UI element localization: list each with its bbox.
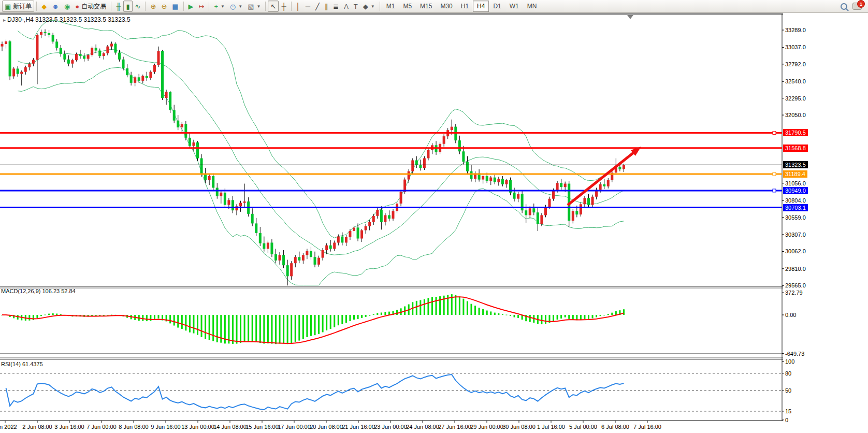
tile-windows-button[interactable]: ▦ bbox=[169, 1, 181, 12]
timeframe-w1-button[interactable]: W1 bbox=[505, 1, 523, 12]
candle-body bbox=[189, 138, 191, 146]
macd-histogram-bar bbox=[173, 315, 175, 326]
zoom-in-icon: ⊕ bbox=[150, 3, 156, 10]
bollinger-middle-band bbox=[18, 49, 624, 255]
macd-histogram-bar bbox=[514, 315, 515, 317]
line-chart-button[interactable]: ∿ bbox=[133, 1, 143, 12]
candlestick-series bbox=[1, 30, 625, 286]
chevron-down-icon: ▼ bbox=[257, 4, 261, 9]
new-order-icon: ▣ bbox=[5, 3, 11, 10]
timeframe-d1-button[interactable]: D1 bbox=[489, 1, 505, 12]
candle-body bbox=[274, 254, 277, 261]
candle-body bbox=[122, 60, 125, 68]
candle-body bbox=[306, 251, 308, 255]
macd-histogram-bar bbox=[197, 315, 198, 335]
macd-histogram-bar bbox=[607, 314, 609, 315]
candle-body bbox=[505, 180, 508, 184]
macd-histogram-bar bbox=[553, 315, 554, 321]
trendline-button[interactable]: ╱ bbox=[313, 1, 322, 12]
new-order-button[interactable]: ▣新订单 bbox=[2, 1, 34, 12]
macd-histogram-bar bbox=[467, 301, 468, 315]
candle-body bbox=[329, 246, 332, 249]
templates-button[interactable]: ▧▼ bbox=[245, 1, 263, 12]
candle-body bbox=[75, 54, 78, 60]
candle-body bbox=[322, 250, 324, 258]
candle-body bbox=[216, 188, 219, 196]
macd-histogram-bar bbox=[545, 315, 546, 324]
macd-histogram-bar bbox=[600, 315, 601, 316]
pivot-line-handle[interactable] bbox=[773, 172, 776, 176]
candle-body bbox=[560, 183, 562, 187]
periods-button[interactable]: ◷▼ bbox=[227, 1, 245, 12]
timeframe-m5-button[interactable]: M5 bbox=[399, 1, 416, 12]
candle-body bbox=[333, 242, 336, 249]
macd-histogram-bar bbox=[419, 300, 421, 315]
candle-body bbox=[302, 255, 305, 261]
chevron-down-icon: ▼ bbox=[221, 4, 225, 9]
candlestick-chart-button[interactable]: ▮ bbox=[123, 1, 132, 12]
candle-body bbox=[466, 162, 469, 171]
zoom-in-button[interactable]: ⊕ bbox=[148, 1, 158, 12]
search-icon[interactable] bbox=[841, 3, 847, 10]
chevron-down-icon: ▼ bbox=[371, 4, 375, 9]
candle-body bbox=[12, 68, 15, 76]
timeframe-m30-button[interactable]: M30 bbox=[436, 1, 456, 12]
chart-shift-button[interactable]: ↦ bbox=[196, 1, 207, 12]
candle-body bbox=[130, 75, 133, 83]
candle-body bbox=[419, 165, 422, 168]
bollinger-lower-band bbox=[18, 67, 624, 285]
resistance-line-1-handle[interactable] bbox=[773, 131, 776, 134]
auto-trading-button[interactable]: ●自动交易 bbox=[73, 1, 109, 12]
trend-arrow[interactable] bbox=[568, 147, 641, 205]
macd-histogram-bar bbox=[259, 315, 261, 343]
macd-histogram-bar bbox=[568, 315, 570, 319]
macd-histogram-bar bbox=[326, 315, 327, 330]
timeframe-h4-button[interactable]: H4 bbox=[473, 1, 489, 12]
candle-body bbox=[501, 179, 504, 184]
fibonacci-button[interactable]: ≣ bbox=[330, 1, 341, 12]
candle-body bbox=[279, 255, 281, 261]
candle-body bbox=[24, 67, 27, 72]
equidistant-channel-button[interactable]: ∥ bbox=[322, 1, 331, 12]
rsi-indicator bbox=[0, 373, 782, 411]
chart-canvas[interactable] bbox=[0, 0, 868, 433]
market-watch-button[interactable]: ◉ bbox=[62, 1, 73, 12]
candle-body bbox=[380, 210, 383, 222]
macd-histogram-bar bbox=[205, 315, 206, 339]
text-label-button[interactable]: T bbox=[351, 1, 360, 12]
candle-body bbox=[482, 176, 484, 180]
profile-button[interactable]: ☻ bbox=[49, 1, 62, 12]
macd-histogram-bar bbox=[517, 315, 519, 318]
text-button[interactable]: A bbox=[341, 1, 351, 12]
timeframe-m15-button[interactable]: M15 bbox=[416, 1, 436, 12]
arrows-button[interactable]: ◆▼ bbox=[360, 1, 378, 12]
cursor-button[interactable]: ↖ bbox=[268, 1, 279, 12]
timeframe-m1-button[interactable]: M1 bbox=[382, 1, 399, 12]
candle-body bbox=[239, 203, 242, 207]
vertical-line-button[interactable]: │ bbox=[294, 1, 303, 12]
new-chart-button[interactable]: ◆ bbox=[39, 1, 49, 12]
support-line-1-handle[interactable] bbox=[773, 189, 776, 192]
indicators-button[interactable]: +▼ bbox=[211, 1, 227, 12]
notifications-button[interactable]: 1 bbox=[852, 3, 862, 10]
templates-icon: ▧ bbox=[248, 3, 254, 10]
candle-body bbox=[552, 191, 555, 199]
bar-chart-button[interactable]: ╫ bbox=[113, 1, 123, 12]
auto-scroll-button[interactable]: ▶ bbox=[186, 1, 196, 12]
zoom-out-button[interactable]: ⊖ bbox=[158, 1, 169, 12]
candle-body bbox=[106, 47, 109, 53]
macd-histogram-bar bbox=[580, 315, 582, 320]
chart-title-text: DJ30-,H4 31323.5 31323.5 31323.5 31323.5 bbox=[7, 16, 131, 23]
rsi-line bbox=[6, 374, 624, 410]
crosshair-button[interactable]: ┼ bbox=[279, 1, 288, 12]
timeframe-mn-button[interactable]: MN bbox=[523, 1, 541, 12]
crosshair-icon: ┼ bbox=[281, 3, 286, 10]
macd-histogram-bar bbox=[494, 313, 496, 315]
market-watch-icon: ◉ bbox=[64, 3, 70, 10]
candlestick-chart-icon: ▮ bbox=[126, 3, 129, 10]
indicators-icon: + bbox=[214, 3, 218, 10]
timeframe-h1-button[interactable]: H1 bbox=[457, 1, 473, 12]
horizontal-line-button[interactable]: ─ bbox=[303, 1, 313, 12]
auto-scroll-icon: ▶ bbox=[189, 3, 194, 10]
candle-body bbox=[169, 92, 171, 110]
